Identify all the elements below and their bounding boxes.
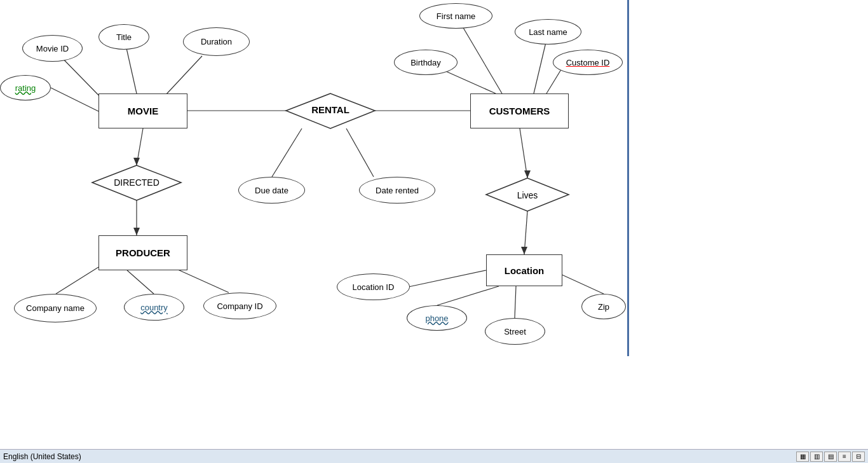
svg-line-24 — [437, 286, 499, 305]
view-btn-5[interactable]: ⊟ — [852, 452, 865, 462]
svg-marker-22 — [521, 247, 527, 254]
attribute-rating: rating — [0, 75, 51, 100]
svg-line-14 — [56, 267, 98, 294]
attribute-title: Title — [98, 24, 149, 50]
attribute-due-date: Due date — [238, 177, 305, 204]
attribute-zip: Zip — [581, 294, 626, 319]
view-btn-4[interactable]: ≡ — [838, 452, 851, 462]
svg-line-2 — [165, 56, 202, 95]
svg-line-15 — [127, 270, 154, 294]
svg-text:Lives: Lives — [517, 190, 538, 200]
attribute-date-rented: Date rented — [359, 177, 435, 204]
attribute-company-id: Company ID — [203, 293, 276, 319]
attribute-customer-id: Custome ID — [553, 50, 623, 75]
status-buttons: ▦ ▥ ▤ ≡ ⊟ — [796, 452, 865, 462]
entity-producer: PRODUCER — [98, 235, 187, 270]
status-bar: English (United States) ▦ ▥ ▤ ≡ ⊟ — [0, 449, 868, 463]
attribute-movie-id: Movie ID — [22, 35, 83, 62]
status-language: English (United States) — [3, 452, 81, 461]
svg-line-10 — [137, 128, 143, 165]
svg-line-23 — [409, 270, 486, 287]
attribute-birthday: Birthday — [394, 50, 458, 75]
svg-line-17 — [272, 128, 302, 177]
svg-marker-11 — [133, 158, 140, 165]
entity-movie: MOVIE — [98, 93, 187, 128]
svg-marker-31 — [286, 93, 375, 128]
attribute-location-id: Location ID — [337, 273, 410, 300]
attribute-company-name: Company name — [14, 294, 97, 322]
svg-marker-27 — [92, 165, 181, 200]
view-btn-1[interactable]: ▦ — [796, 452, 809, 462]
svg-line-19 — [520, 128, 527, 178]
svg-text:DIRECTED: DIRECTED — [114, 177, 159, 188]
svg-line-3 — [51, 88, 98, 111]
attribute-phone: phone — [407, 305, 467, 331]
attribute-street: Street — [485, 318, 545, 345]
attribute-firstname: First name — [419, 3, 492, 29]
view-btn-3[interactable]: ▤ — [824, 452, 837, 462]
svg-marker-29 — [486, 178, 569, 211]
attribute-duration: Duration — [183, 27, 250, 56]
attribute-lastname: Last name — [515, 19, 581, 45]
entity-customers: CUSTOMERS — [470, 93, 569, 128]
svg-marker-20 — [524, 170, 531, 178]
diagram-canvas: DIRECTED Lives RENTAL MOVIE CUSTOMERS PR… — [0, 0, 629, 356]
attribute-country: country — [124, 294, 184, 321]
svg-text:RENTAL: RENTAL — [311, 104, 349, 115]
svg-line-18 — [346, 128, 374, 177]
svg-marker-13 — [133, 228, 140, 235]
svg-line-21 — [524, 211, 527, 254]
view-btn-2[interactable]: ▥ — [810, 452, 823, 462]
svg-line-25 — [515, 286, 516, 318]
entity-location: Location — [486, 254, 562, 286]
svg-line-26 — [559, 273, 604, 294]
